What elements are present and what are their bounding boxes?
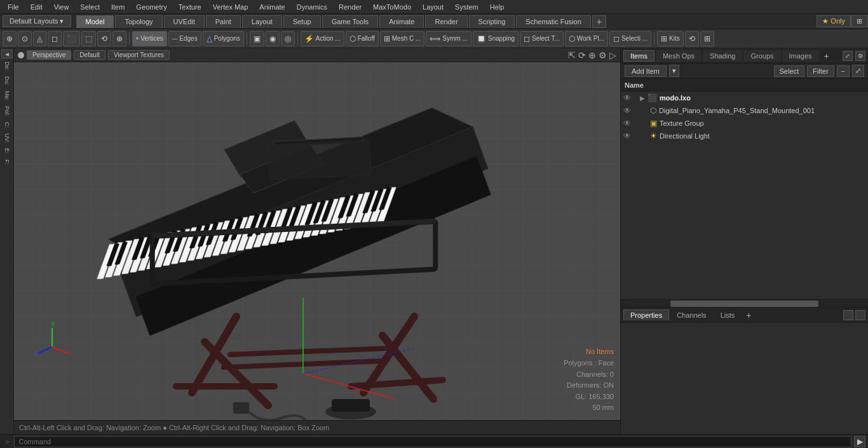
viewport-icon-more[interactable]: ▷ [609,50,616,60]
menu-system[interactable]: System [450,2,484,12]
prop-tab-lists[interactable]: Lists [714,310,742,320]
viewport-style-default[interactable]: Default [74,50,105,60]
panel-add-tab-button[interactable]: + [820,50,833,62]
menu-animate[interactable]: Animate [254,2,290,12]
menu-edit[interactable]: Edit [25,2,48,12]
layout-tab-model[interactable]: Model [76,15,114,28]
layout-tab-paint[interactable]: Paint [206,15,241,28]
menu-help[interactable]: Help [485,2,510,12]
item-eye-modo-lxo[interactable]: 👁 [623,93,632,102]
tool-kits[interactable]: ⊞Kits [657,31,684,46]
viewport-icon-fit[interactable]: ⚙ [599,50,607,60]
tool-edge[interactable]: ◻ [48,31,62,46]
item-row-piano-mesh[interactable]: 👁 ⬡ Digital_Piano_Yamaha_P45_Stand_Mount… [621,104,868,117]
viewport-icon-move[interactable]: ⇱ [568,50,576,60]
sidebar-label-e[interactable]: E: [3,146,11,156]
tool-select-type[interactable]: ◻Select T... [520,31,564,46]
tool-mesh-type[interactable]: ▣ [250,31,264,46]
sidebar-label-uv[interactable]: UV: [3,131,11,146]
tool-polygons[interactable]: △Polygons [203,31,244,46]
tool-circle2[interactable]: ◎ [281,31,295,46]
layout-extra-button[interactable]: ⊞ [851,15,868,27]
panel-tab-groups[interactable]: Groups [743,50,780,62]
tool-edges[interactable]: ─Edges [168,31,201,46]
viewport-canvas[interactable]: Y X Z No Items Polygons : Face Channels:… [14,62,620,420]
tool-vertices[interactable]: •Vertices [132,31,167,46]
layout-star-only[interactable]: ★ Only [817,15,851,27]
prop-icon-settings[interactable] [855,310,865,320]
viewport-mode-perspective[interactable]: Perspective [27,50,71,60]
layout-tab-render[interactable]: Render [425,15,467,28]
layout-tab-animate[interactable]: Animate [379,15,424,28]
items-scrollbar-thumb[interactable] [670,301,818,307]
layout-tab-schematic[interactable]: Schematic Fusion [516,15,590,28]
sidebar-label-c[interactable]: C: [3,119,11,130]
items-expand-button[interactable]: ⤢ [852,65,864,77]
menu-maxtomode[interactable]: MaxToModo [368,2,416,12]
layout-tab-gametools[interactable]: Game Tools [322,15,379,28]
viewport-menu-dot[interactable] [18,52,24,58]
tool-scale[interactable]: ⊕ [112,31,126,46]
item-row-modo-lxo[interactable]: 👁 ▶ ⬛ modo.lxo [621,92,868,104]
sidebar-label-f[interactable]: F: [3,157,11,167]
tool-transform1[interactable]: ⬛ [63,31,80,46]
layout-tab-setup[interactable]: Setup [283,15,321,28]
panel-icon-expand[interactable]: ⤢ [843,51,853,61]
sidebar-label-pol[interactable]: Pol: [3,104,11,119]
tool-undo[interactable]: ⟲ [685,31,699,46]
sidebar-label-me[interactable]: Me: [3,88,11,103]
panel-icon-settings[interactable]: ⚙ [855,51,865,61]
tool-transform2[interactable]: ⬚ [81,31,96,46]
item-eye-light[interactable]: 👁 [623,132,632,140]
sidebar-label-de[interactable]: De: [3,59,11,73]
menu-vertex-map[interactable]: Vertex Map [208,2,254,12]
tool-selection[interactable]: ◻Selecti ... [609,31,651,46]
panel-tab-shading[interactable]: Shading [703,50,742,62]
layout-tab-uvedit[interactable]: UVEdit [164,15,205,28]
items-dash-button[interactable]: − [837,65,850,77]
tool-snapping[interactable]: 🔲Snapping [473,31,519,46]
item-row-directional-light[interactable]: 👁 ☀ Directional Light [621,130,868,142]
panel-tab-mesh-ops[interactable]: Mesh Ops [656,50,702,62]
items-scrollbar[interactable] [621,299,868,307]
add-item-arrow-button[interactable]: ▾ [669,65,679,77]
tool-mesh-component[interactable]: ⊞Mesh C ... [380,31,425,46]
menu-file[interactable]: File [3,2,24,12]
prop-tab-channels[interactable]: Channels [670,310,712,320]
tool-new[interactable]: ⊕ [3,31,17,46]
prop-add-tab-button[interactable]: + [742,309,755,322]
tool-grid[interactable]: ⊞ [700,31,714,46]
tool-rotate[interactable]: ⟲ [97,31,111,46]
sidebar-label-du[interactable]: Du: [3,74,11,88]
items-select-button[interactable]: Select [774,65,805,77]
tool-globe[interactable]: ⊙ [18,31,32,46]
items-list[interactable]: 👁 ▶ ⬛ modo.lxo 👁 ⬡ Digital_Piano_Yamaha_… [621,92,868,299]
layout-tab-layout[interactable]: Layout [242,15,282,28]
layout-add-tab-button[interactable]: + [592,15,606,28]
prop-icon-expand[interactable] [843,310,853,320]
menu-layout[interactable]: Layout [417,2,449,12]
menu-texture[interactable]: Texture [173,2,207,12]
menu-select[interactable]: Select [75,2,105,12]
viewport-icon-rotate[interactable]: ⟳ [578,50,586,60]
panel-tab-items[interactable]: Items [623,50,654,62]
command-run-button[interactable]: ▶ [854,436,865,447]
item-row-texture-group[interactable]: 👁 ▣ Texture Group [621,117,868,130]
tool-symmetry[interactable]: ⟺Symm ... [426,31,471,46]
default-layouts-dropdown[interactable]: Default Layouts ▾ [3,15,71,27]
menu-geometry[interactable]: Geometry [131,2,172,12]
tool-action[interactable]: ⚡Action ... [301,31,344,46]
viewport-shading[interactable]: Viewport Textures [108,50,170,60]
menu-dynamics[interactable]: Dynamics [292,2,332,12]
menu-render[interactable]: Render [334,2,367,12]
tool-falloff[interactable]: ⬡Falloff [346,31,379,46]
command-input[interactable] [14,436,851,447]
prop-tab-properties[interactable]: Properties [623,309,669,320]
item-eye-piano[interactable]: 👁 [623,106,632,115]
tool-circle1[interactable]: ◉ [266,31,280,46]
layout-tab-scripting[interactable]: Scripting [469,15,515,28]
add-item-button[interactable]: Add Item [625,65,667,77]
viewport-icon-zoom[interactable]: ⊕ [588,50,596,60]
menu-view[interactable]: View [49,2,74,12]
panel-tab-images[interactable]: Images [782,50,819,62]
